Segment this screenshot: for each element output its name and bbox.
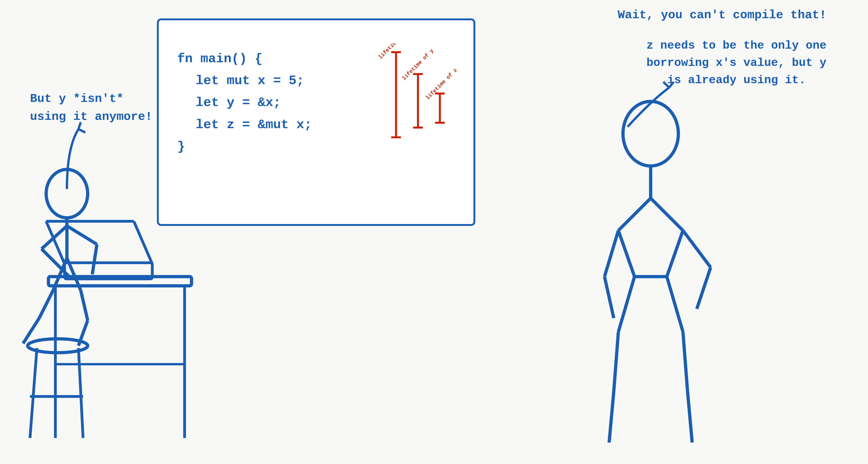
svg-line-47 <box>683 231 711 267</box>
svg-line-53 <box>683 332 688 392</box>
svg-line-42 <box>618 231 634 276</box>
svg-line-49 <box>618 276 634 332</box>
svg-line-41 <box>651 198 683 231</box>
svg-line-26 <box>79 348 83 438</box>
svg-line-51 <box>614 332 618 392</box>
main-illustration <box>0 0 868 464</box>
svg-line-40 <box>618 198 651 231</box>
svg-line-56 <box>663 82 669 88</box>
svg-line-16 <box>67 226 97 244</box>
svg-line-34 <box>134 221 152 264</box>
svg-line-20 <box>39 291 53 318</box>
svg-line-36 <box>79 122 81 129</box>
svg-line-25 <box>30 348 37 438</box>
svg-line-43 <box>667 231 683 276</box>
svg-line-45 <box>604 231 618 276</box>
svg-line-17 <box>92 244 97 274</box>
svg-line-50 <box>667 276 683 332</box>
svg-line-37 <box>79 129 85 133</box>
svg-line-46 <box>604 276 614 318</box>
svg-point-38 <box>623 101 678 166</box>
scene: Wait, you can't compile that! z needs to… <box>0 0 868 464</box>
svg-line-54 <box>688 392 692 442</box>
svg-line-52 <box>609 392 614 442</box>
svg-line-48 <box>697 267 711 309</box>
svg-line-22 <box>81 291 88 321</box>
